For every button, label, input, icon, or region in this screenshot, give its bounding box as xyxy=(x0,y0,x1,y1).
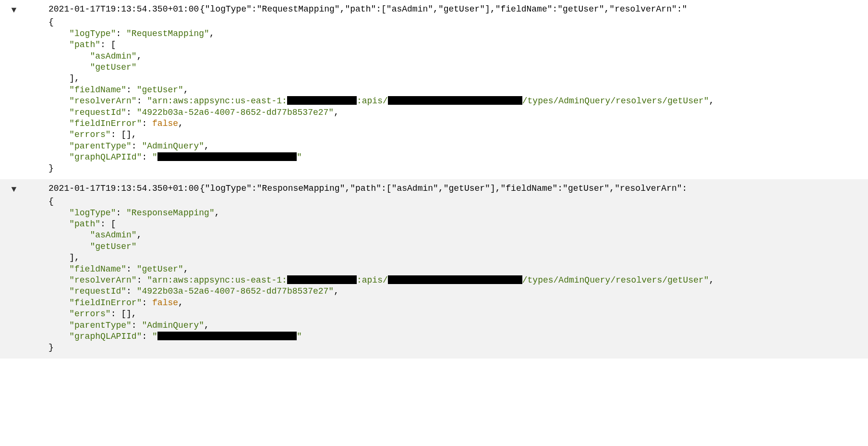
resolverArn-mid: :apis/ xyxy=(357,275,388,285)
path-1: getUser xyxy=(95,242,132,251)
redacted-block xyxy=(287,275,357,284)
log-timestamp: 2021-01-17T19:13:54.350+01:00 xyxy=(17,183,200,194)
log-entry: ▼ 2021-01-17T19:13:54.350+01:00 {"logTyp… xyxy=(0,0,868,179)
log-json-body: { "logType": "ResponseMapping", "path": … xyxy=(0,196,868,353)
log-header-row[interactable]: ▼ 2021-01-17T19:13:54.350+01:00 {"logTyp… xyxy=(0,3,868,17)
path-0: asAdmin xyxy=(95,51,132,61)
fieldInError-value: false xyxy=(152,119,178,128)
redacted-block xyxy=(388,96,522,105)
resolverArn-suffix: /types/AdminQuery/resolvers/getUser xyxy=(522,275,704,285)
expand-arrow-icon[interactable]: ▼ xyxy=(0,4,17,16)
log-json-body: { "logType": "RequestMapping", "path": [… xyxy=(0,17,868,174)
path-1: getUser xyxy=(95,62,132,72)
requestId-value: 4922b03a-52a6-4007-8652-dd77b8537e27 xyxy=(142,286,328,296)
log-collapsed-preview: {"logType":"ResponseMapping","path":["as… xyxy=(200,183,868,194)
log-timestamp: 2021-01-17T19:13:54.350+01:00 xyxy=(17,4,200,15)
fieldName-value: getUser xyxy=(142,85,178,95)
fieldInError-value: false xyxy=(152,298,178,308)
resolverArn-prefix: arn:aws:appsync:us-east-1: xyxy=(152,275,287,285)
redacted-block xyxy=(287,96,357,105)
requestId-value: 4922b03a-52a6-4007-8652-dd77b8537e27 xyxy=(142,108,328,117)
redacted-block xyxy=(388,275,522,284)
resolverArn-suffix: /types/AdminQuery/resolvers/getUser xyxy=(522,96,704,106)
resolverArn-mid: :apis/ xyxy=(357,96,388,106)
parentType-value: AdminQuery xyxy=(147,321,199,330)
errors-value: [] xyxy=(121,309,132,319)
logType-value: ResponseMapping xyxy=(132,208,209,218)
resolverArn-prefix: arn:aws:appsync:us-east-1: xyxy=(152,96,287,106)
logType-value: RequestMapping xyxy=(132,29,204,38)
log-collapsed-preview: {"logType":"RequestMapping","path":["asA… xyxy=(200,4,868,15)
redacted-block xyxy=(157,332,297,340)
errors-value: [] xyxy=(121,130,132,139)
expand-arrow-icon[interactable]: ▼ xyxy=(0,183,17,195)
redacted-block xyxy=(157,152,297,161)
fieldName-value: getUser xyxy=(142,264,178,274)
log-entry: ▼ 2021-01-17T19:13:54.350+01:00 {"logTyp… xyxy=(0,179,868,359)
log-header-row[interactable]: ▼ 2021-01-17T19:13:54.350+01:00 {"logTyp… xyxy=(0,182,868,196)
path-0: asAdmin xyxy=(95,230,132,240)
parentType-value: AdminQuery xyxy=(147,141,199,151)
